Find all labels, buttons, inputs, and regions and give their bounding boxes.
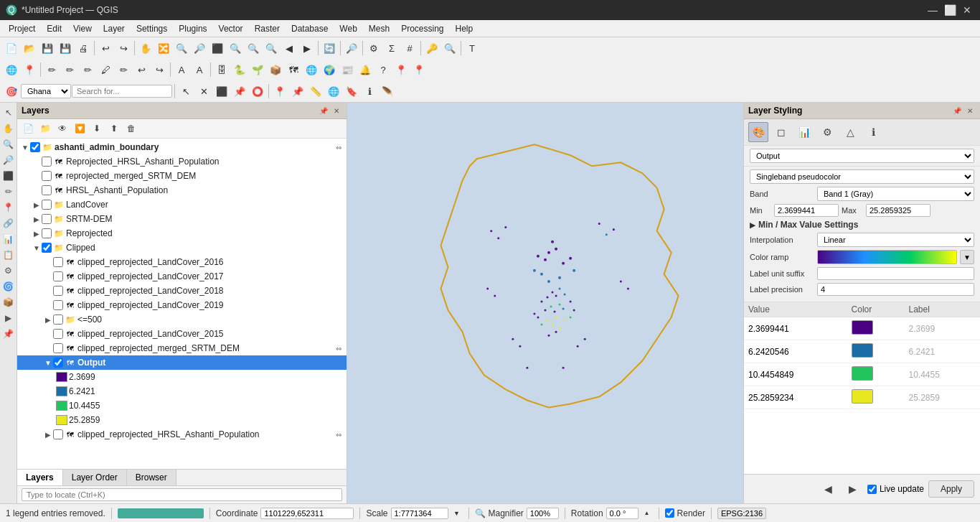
zoom-selection-button[interactable]: 🔍 (245, 39, 262, 57)
left-icon-12[interactable]: 🌀 (1, 279, 16, 294)
layer-item-lc2016[interactable]: 🗺 clipped_reprojected_LandCover_2016 (17, 255, 347, 269)
left-icon-8[interactable]: 🔗 (1, 216, 16, 230)
left-icon-3[interactable]: 🔍 (1, 137, 16, 152)
pencil-btn[interactable]: ✏ (43, 61, 60, 78)
max-value-input[interactable] (866, 204, 930, 217)
remove-layer-btn[interactable]: 🗑 (123, 121, 139, 136)
checkbox-ashanti[interactable] (30, 142, 40, 152)
text-annotation-button[interactable]: T (463, 39, 481, 57)
layer-item-srtm-clipped[interactable]: 🗺 clipped_reprojected_merged_SRTM_DEM ⇔ (17, 341, 347, 355)
menu-layer[interactable]: Layer (98, 22, 131, 35)
checkbox-lte500[interactable] (53, 314, 63, 325)
checkbox-srtm-clipped[interactable] (53, 343, 63, 353)
layer-item-clipped[interactable]: ▼ 📁 Clipped (17, 241, 347, 255)
select-feature-btn[interactable]: ↖ (177, 83, 194, 100)
band-select[interactable]: Band 1 (Gray) (817, 187, 974, 201)
rendering-icon-btn[interactable]: ⚙ (817, 122, 837, 142)
label-unit-suffix-input[interactable] (817, 267, 974, 280)
checkbox-lc2019[interactable] (53, 300, 63, 310)
rotation-input[interactable] (606, 508, 639, 519)
menu-vector[interactable]: Vector (213, 22, 249, 35)
checkbox-hrsl-reprojected[interactable] (42, 157, 52, 167)
render-checkbox[interactable] (665, 508, 674, 518)
layer-item-lte500[interactable]: ▶ 📁 <=500 (17, 312, 347, 327)
checkbox-srtm-reprojected[interactable] (42, 171, 52, 181)
redo-edit-btn[interactable]: ↪ (151, 61, 168, 78)
annotation-btn[interactable]: 📌 (289, 83, 306, 100)
add-point-btn[interactable]: ✏ (61, 61, 78, 78)
layer-item-ashanti[interactable]: ▼ 📁 ashanti_admin_boundary ⇔ (17, 140, 347, 154)
zoom-in-button[interactable]: 🔍 (173, 39, 190, 57)
color-cell-2[interactable] (847, 340, 905, 363)
zoom-layer-button[interactable]: 🔍 (227, 39, 244, 57)
undo-button[interactable]: ↩ (97, 39, 114, 57)
tab-layer-order[interactable]: Layer Order (63, 470, 127, 485)
maximize-button[interactable]: ⬜ (943, 3, 957, 17)
checkbox-lc2015[interactable] (53, 329, 63, 339)
renderer-icon-btn[interactable]: 🎨 (748, 122, 768, 142)
apply-button[interactable]: Apply (928, 480, 974, 498)
left-icon-7[interactable]: 📍 (1, 200, 16, 215)
statistics-button[interactable]: Σ (383, 39, 400, 57)
map-area[interactable] (347, 103, 743, 503)
rotation-up-btn[interactable]: ▲ (641, 510, 653, 517)
left-icon-15[interactable]: 📌 (1, 327, 16, 341)
checkbox-landcover[interactable] (42, 200, 52, 210)
save-as-button[interactable]: 💾 (57, 39, 74, 57)
select-location-btn[interactable]: 📌 (231, 83, 248, 100)
search-input[interactable] (72, 85, 172, 98)
checkbox-clipped[interactable] (42, 243, 52, 253)
layer-item-lc2018[interactable]: 🗺 clipped_reprojected_LandCover_2018 (17, 284, 347, 298)
checkbox-reprojected[interactable] (42, 228, 52, 238)
menu-project[interactable]: Project (3, 22, 41, 35)
menu-database[interactable]: Database (286, 22, 334, 35)
checkbox-lc2016[interactable] (53, 257, 63, 267)
calculator-button[interactable]: ⚙ (365, 39, 382, 57)
refresh-button[interactable]: 🔄 (321, 39, 338, 57)
scale-input[interactable] (391, 508, 448, 519)
plugin4-btn[interactable]: 🌍 (321, 61, 338, 78)
pyramids-icon-btn[interactable]: △ (840, 122, 860, 142)
output-layer-combo[interactable]: Output (750, 149, 974, 163)
select-radius-btn[interactable]: ⭕ (249, 83, 266, 100)
expand-reprojected[interactable]: ▶ (32, 228, 42, 238)
zoom-next-button[interactable]: ▶ (298, 39, 316, 57)
collapse-all-btn[interactable]: ⬆ (106, 121, 122, 136)
location-combo[interactable]: Ghana (21, 84, 71, 98)
bookmark-btn[interactable]: 🔖 (343, 83, 360, 100)
menu-processing[interactable]: Processing (395, 22, 449, 35)
zoom-out-button[interactable]: 🔎 (191, 39, 208, 57)
plugin7-btn[interactable]: 📍 (392, 61, 410, 78)
layers-pin-button[interactable]: 📌 (318, 105, 329, 116)
layer-item-hrsl-clipped[interactable]: ▶ 🗺 clipped_reprojected_HRSL_Ashanti_Pop… (17, 427, 347, 442)
coordinate-input[interactable] (260, 508, 354, 519)
python-btn[interactable]: 🐍 (231, 61, 248, 78)
swatch-3[interactable] (852, 366, 873, 381)
plugin3-btn[interactable]: 🌐 (303, 61, 320, 78)
globe-btn[interactable]: 🌐 (325, 83, 342, 100)
history-fwd-button[interactable]: ▶ (843, 479, 863, 499)
expand-ashanti[interactable]: ▼ (20, 142, 30, 152)
left-icon-2[interactable]: ✋ (1, 121, 16, 136)
left-icon-5[interactable]: ⬛ (1, 169, 16, 183)
color-cell-3[interactable] (847, 363, 905, 386)
select-all-btn[interactable]: ⬛ (213, 83, 230, 100)
swatch-1[interactable] (852, 320, 873, 335)
checkbox-srtm-dem[interactable] (42, 214, 52, 224)
zoom-native-button[interactable]: 🔍 (263, 39, 280, 57)
plugins-button[interactable]: 🔑 (423, 39, 440, 57)
new-project-button[interactable]: 📄 (3, 39, 20, 57)
zoom-to-layer-srtm-clipped[interactable]: ⇔ (334, 343, 344, 353)
checkbox-hrsl[interactable] (42, 185, 52, 195)
plugin2-btn[interactable]: 📦 (267, 61, 284, 78)
measure-btn[interactable]: 📏 (307, 83, 324, 100)
minmax-settings-header[interactable]: ▶ Min / Max Value Settings (750, 220, 974, 230)
scale-dropdown-btn[interactable]: ▼ (451, 507, 463, 520)
digitize-vertex-btn[interactable]: ✏ (115, 61, 132, 78)
left-icon-10[interactable]: 📋 (1, 248, 16, 262)
styling-close-button[interactable]: ✕ (964, 105, 976, 116)
left-icon-11[interactable]: ⚙ (1, 264, 16, 278)
edit-node-btn[interactable]: 📍 (21, 61, 38, 78)
styling-pin-button[interactable]: 📌 (951, 105, 963, 116)
layer-item-srtm-reprojected[interactable]: 🗺 reprojected_merged_SRTM_DEM (17, 169, 347, 183)
